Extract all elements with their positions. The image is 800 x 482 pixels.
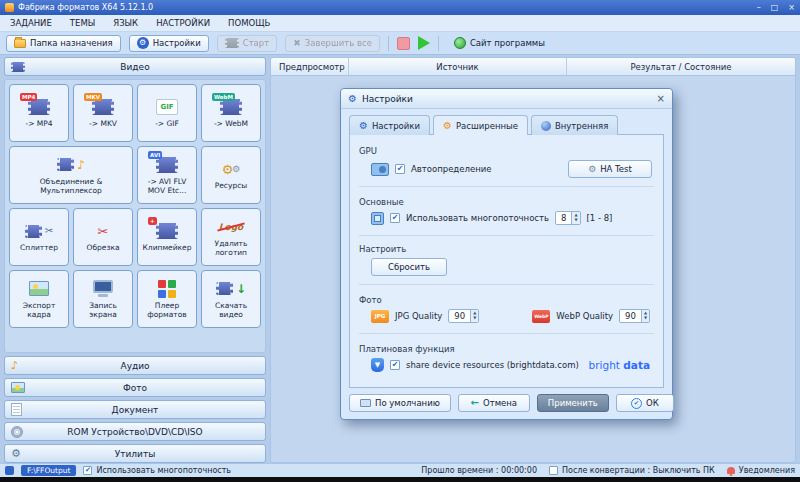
gear-icon: ⚙	[359, 120, 368, 131]
scissors-icon: ✂	[98, 221, 109, 241]
sidebar-section-video[interactable]: Видео	[4, 57, 266, 76]
tool-label: Скачать видео	[204, 302, 258, 319]
menu-item-language[interactable]: ЯЗЫК	[113, 18, 138, 28]
grid-cell	[158, 280, 166, 288]
jpg-quality-label: JPG Quality	[395, 311, 442, 321]
sidebar-section-audio[interactable]: ♪ Аудио	[4, 356, 266, 375]
autodetect-checkbox[interactable]: ✔	[395, 164, 405, 174]
tool-to-mkv[interactable]: MKV -> MKV	[73, 84, 133, 142]
multithread-checkbox[interactable]: ✔	[83, 466, 92, 475]
monitor-icon	[360, 399, 371, 407]
maximize-button[interactable]: □	[771, 3, 779, 12]
tool-label: Ресурсы	[215, 182, 248, 191]
cross-icon: ✖	[293, 38, 301, 48]
share-resources-checkbox[interactable]: ✔	[390, 360, 400, 370]
photo-icon	[11, 382, 25, 393]
reset-label: Сбросить	[388, 262, 430, 272]
sidebar-section-document[interactable]: Документ	[4, 400, 266, 419]
column-source[interactable]: Источник	[349, 58, 567, 75]
sidebar-section-utilities[interactable]: ⚙ Утилиты	[4, 444, 266, 463]
tool-merge-mux[interactable]: ♪ Объединение & Мультиплексор	[9, 146, 133, 204]
section-label: Видео	[120, 62, 149, 72]
finish-all-button[interactable]: ✖ Завершить все	[285, 35, 380, 52]
webp-quality-spinner[interactable]: 90 ▲▼	[619, 309, 650, 323]
notifications-item[interactable]: Уведомления	[727, 466, 795, 475]
film-icon	[225, 38, 239, 48]
statusbar-multithread[interactable]: ✔ Использовать многопоточность	[83, 466, 231, 475]
tab-internal[interactable]: Внутренняя	[531, 115, 618, 135]
spinner-arrows[interactable]: ▲▼	[470, 310, 478, 322]
minimize-button[interactable]: –	[757, 3, 761, 12]
start-tasks-button[interactable]: Старт	[217, 35, 277, 52]
tool-to-avi-flv-mov[interactable]: AVI -> AVI FLV MOV Etc...	[137, 146, 197, 204]
cancel-button[interactable]: ← Отмена	[458, 394, 530, 412]
tool-label: Плеер форматов	[140, 302, 194, 319]
menu-item-help[interactable]: ПОМОЩЬ	[228, 18, 270, 28]
folder-icon	[14, 39, 26, 48]
shutdown-after-convert[interactable]: После конвертации : Выключить ПК	[549, 466, 715, 475]
tool-download-video[interactable]: ↓ Скачать видео	[201, 270, 261, 328]
stop-button[interactable]	[397, 37, 410, 50]
threads-spinner[interactable]: 8 ▲▼	[555, 211, 581, 225]
tool-splitter[interactable]: ✂ Сплиттер	[9, 208, 69, 266]
tool-clipmaker[interactable]: + Клипмейкер	[137, 208, 197, 266]
play-button[interactable]	[418, 36, 430, 50]
menu-item-task[interactable]: ЗАДАНИЕ	[10, 18, 52, 28]
website-label: Сайт программы	[470, 38, 545, 48]
tool-resources[interactable]: ⚙⚙ Ресурсы	[201, 146, 261, 204]
toolbar-separator	[438, 36, 439, 51]
default-button[interactable]: По умолчанию	[349, 394, 451, 412]
dialog-titlebar: ⚙ Настройки ×	[341, 89, 672, 109]
ok-button[interactable]: ✔ ОК	[616, 394, 674, 412]
reset-button[interactable]: Сбросить	[371, 258, 447, 276]
formats-grid-icon	[158, 279, 176, 299]
settings-button[interactable]: ⚙ Настройки	[129, 35, 209, 52]
ha-test-button[interactable]: ⚙ HA Test	[568, 160, 652, 178]
logo-strike-icon: Logo	[219, 217, 244, 237]
apply-button[interactable]: Применить	[537, 394, 609, 412]
dialog-close-button[interactable]: ×	[657, 93, 665, 104]
website-button[interactable]: Сайт программы	[447, 35, 552, 52]
shutdown-checkbox[interactable]	[549, 466, 558, 475]
tab-label: Настройки	[372, 121, 420, 131]
column-preview[interactable]: Предпросмотр	[271, 58, 349, 75]
spinner-arrows[interactable]: ▲▼	[571, 212, 579, 224]
webp-file-icon: WebP	[532, 310, 550, 323]
tool-export-frame[interactable]: Экспорт кадра	[9, 270, 69, 328]
section-label: Утилиты	[115, 449, 156, 459]
group-platinum: Платиновая функция ▼ ✔ share device reso…	[359, 333, 654, 382]
tool-remove-logo[interactable]: Logo Удалить логотип	[201, 208, 261, 266]
menu-item-themes[interactable]: ТЕМЫ	[70, 18, 95, 28]
tool-label: Экспорт кадра	[12, 302, 66, 319]
tab-settings[interactable]: ⚙ Настройки	[349, 115, 430, 135]
dest-folder-button[interactable]: Папка назначения	[6, 35, 121, 52]
section-label: Документ	[112, 405, 159, 415]
column-result[interactable]: Результат / Состояние	[567, 58, 795, 75]
tab-advanced[interactable]: ⚙ Расширенные	[433, 115, 528, 135]
close-button[interactable]: ×	[788, 3, 795, 12]
jpg-quality-value: 90	[449, 310, 470, 322]
jpg-quality-spinner[interactable]: 90 ▲▼	[448, 309, 479, 323]
start-tasks-label: Старт	[243, 38, 269, 48]
sidebar-section-rom[interactable]: ROM Устройство\DVD\CD\ISO	[4, 422, 266, 441]
tool-to-mp4[interactable]: MP4 -> MP4	[9, 84, 69, 142]
cpu-chip-icon	[371, 212, 384, 225]
statusbar-app-icon	[5, 466, 14, 475]
tool-to-webm[interactable]: WebM -> WebM	[201, 84, 261, 142]
multithread-label: Использовать многопоточность	[96, 466, 231, 475]
menu-item-settings[interactable]: НАСТРОЙКИ	[156, 18, 210, 28]
output-folder-badge[interactable]: F:\FFOutput	[21, 465, 76, 476]
tool-to-gif[interactable]: GIF -> GIF	[137, 84, 197, 142]
gear-icon: ⚙	[443, 120, 452, 131]
dialog-title: Настройки	[362, 94, 413, 104]
tool-format-player[interactable]: Плеер форматов	[137, 270, 197, 328]
ha-test-label: HA Test	[600, 164, 632, 174]
tool-crop[interactable]: ✂ Обрезка	[73, 208, 133, 266]
sidebar-section-photo[interactable]: Фото	[4, 378, 266, 397]
spinner-arrows[interactable]: ▲▼	[641, 310, 649, 322]
tool-screen-record[interactable]: Запись экрана	[73, 270, 133, 328]
threads-range-label: [1 - 8]	[587, 213, 613, 223]
gear-icon: ⚙	[588, 164, 596, 174]
multithread-checkbox[interactable]: ✔	[390, 213, 400, 223]
group-custom: Настроить Сбросить	[359, 235, 654, 284]
